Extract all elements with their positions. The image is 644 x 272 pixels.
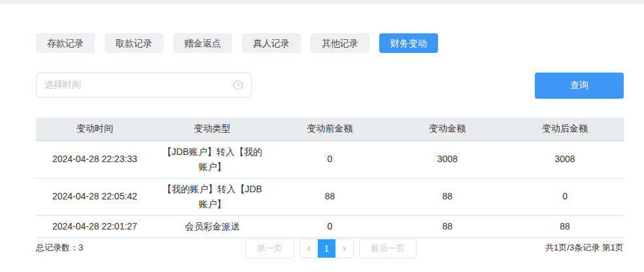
page-summary-label: 共1页/3条记录 第1页 <box>545 242 624 256</box>
cell-change-type: 会员彩金派送 <box>154 215 271 237</box>
header-amount-after: 变动后金额 <box>506 118 624 141</box>
clock-icon <box>233 80 243 90</box>
header-change-type: 变动类型 <box>154 118 271 141</box>
cell-change-type: 【JDB账户】转入【我的账户】 <box>154 141 271 178</box>
tab-deposit-records[interactable]: 存款记录 <box>36 33 95 53</box>
first-page-button[interactable]: 第一页 <box>245 239 294 258</box>
cell-change-time: 2024-04-28 22:23:33 <box>36 141 154 178</box>
current-page-button[interactable]: 1 <box>318 239 335 258</box>
table-row: 2024-04-28 22:23:33 【JDB账户】转入【我的账户】 0 30… <box>36 141 624 178</box>
table-row: 2024-04-28 22:01:27 会员彩金派送 0 88 88 <box>36 215 624 237</box>
date-picker-placeholder: 选择时间 <box>44 79 233 91</box>
cell-amount-after: 3008 <box>506 141 624 178</box>
financial-changes-table: 变动时间 变动类型 变动前金额 变动金额 变动后金额 2024-04-28 22… <box>36 118 624 238</box>
header-change-amount: 变动金额 <box>388 118 506 141</box>
date-range-picker[interactable]: 选择时间 <box>36 73 252 97</box>
tab-bonus-rebate[interactable]: 赠金返点 <box>173 33 232 53</box>
query-button[interactable]: 查询 <box>535 73 624 99</box>
total-records-label: 总记录数：3 <box>36 242 83 256</box>
cell-amount-before: 0 <box>271 141 389 178</box>
table-row: 2024-04-28 22:05:42 【我的账户】转入【JDB账户】 88 8… <box>36 178 624 215</box>
header-amount-before: 变动前金额 <box>271 118 389 141</box>
cell-amount-before: 0 <box>271 215 389 237</box>
filter-row: 选择时间 查询 <box>36 73 624 99</box>
next-page-icon[interactable]: › <box>335 239 353 258</box>
table-header: 变动时间 变动类型 变动前金额 变动金额 变动后金额 <box>36 118 624 141</box>
record-type-tabs: 存款记录 取款记录 赠金返点 真人记录 其他记录 财务变动 <box>36 33 624 53</box>
records-panel: 存款记录 取款记录 赠金返点 真人记录 其他记录 财务变动 选择时间 查询 变动… <box>36 33 624 256</box>
cell-change-amount: 88 <box>388 215 506 237</box>
page-top-strip <box>0 0 644 3</box>
cell-change-amount: 88 <box>388 178 506 215</box>
cell-change-type: 【我的账户】转入【JDB账户】 <box>154 178 271 215</box>
tab-live-records[interactable]: 真人记录 <box>242 33 301 53</box>
prev-page-icon[interactable]: ‹ <box>300 239 318 258</box>
tab-withdrawal-records[interactable]: 取款记录 <box>105 33 163 53</box>
header-change-time: 变动时间 <box>36 118 154 141</box>
pager-group: ‹ 1 › <box>299 239 354 258</box>
cell-amount-after: 0 <box>506 178 624 215</box>
tab-other-records[interactable]: 其他记录 <box>311 33 369 53</box>
cell-change-time: 2024-04-28 22:01:27 <box>36 215 154 237</box>
pagination: 第一页 ‹ 1 › 最后一页 <box>245 239 416 258</box>
cell-change-amount: 3008 <box>388 141 506 178</box>
last-page-button[interactable]: 最后一页 <box>359 239 416 258</box>
cell-amount-before: 88 <box>271 178 389 215</box>
tab-financial-changes[interactable]: 财务变动 <box>379 33 438 53</box>
cell-change-time: 2024-04-28 22:05:42 <box>36 178 154 215</box>
cell-amount-after: 88 <box>506 215 624 237</box>
